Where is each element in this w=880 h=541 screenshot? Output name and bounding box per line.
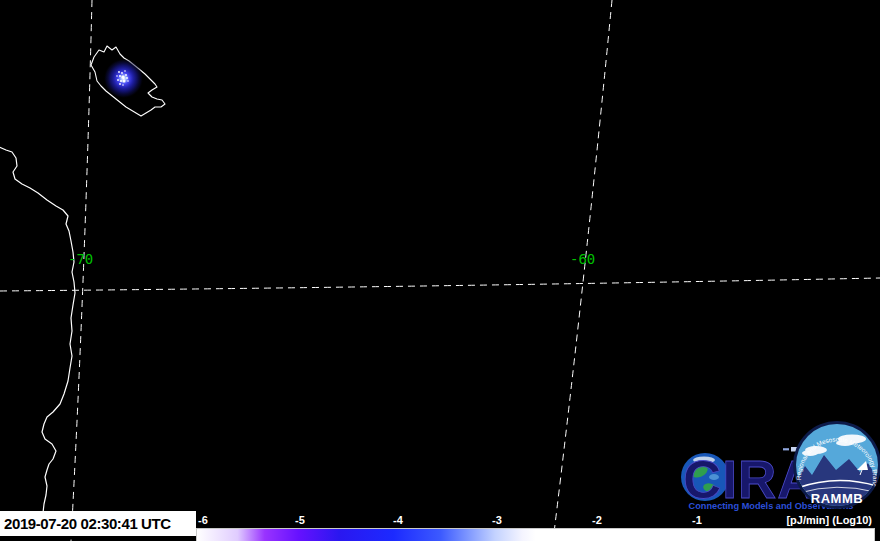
colorbar-tick: -2 — [592, 514, 602, 526]
meridian-line-70 — [71, 0, 92, 541]
colorbar-tick: -6 — [198, 514, 208, 526]
coastline-path — [0, 147, 75, 513]
latitude-line — [0, 278, 880, 291]
meridian-line-60 — [553, 0, 612, 541]
colorbar-units-label: [pJ/min] (Log10) — [786, 514, 872, 526]
colorbar-tick: -1 — [692, 514, 702, 526]
timestamp: 2019-07-20 02:30:41 UTC — [0, 511, 196, 536]
logo-block: CIRA Connecting Models and Observations — [670, 420, 880, 515]
colorbar-strip — [196, 528, 875, 541]
longitude-label-60: -60 — [570, 251, 595, 267]
colorbar-tick: -4 — [393, 514, 403, 526]
rammb-wordmark: RAMMB — [811, 491, 863, 506]
glm-map-view: -70 -60 — [0, 0, 880, 541]
colorbar-tick: -3 — [492, 514, 502, 526]
longitude-label-70: -70 — [68, 251, 93, 267]
colorbar-tick: -5 — [295, 514, 305, 526]
lightning-cluster — [104, 59, 144, 99]
